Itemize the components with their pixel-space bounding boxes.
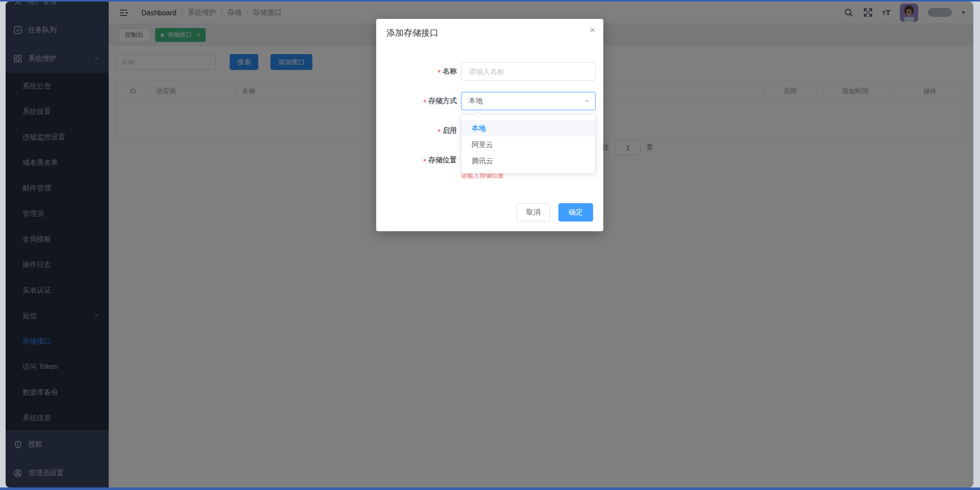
name-input[interactable] [461,62,596,81]
required-mark: * [438,67,440,77]
form-row-storage-type: * 存储方式 本地 [376,92,603,110]
modal-title: 添加存储接口 [386,27,438,39]
storage-type-dropdown: 本地 阿里云 腾讯云 [461,114,596,174]
storage-type-value: 本地 [469,96,483,106]
required-mark: * [438,126,440,136]
required-mark: * [424,156,426,165]
storage-type-select[interactable]: 本地 [461,92,596,110]
modal-close-icon[interactable]: × [590,25,595,35]
required-mark: * [424,96,426,106]
name-label: * 名称 [376,62,457,81]
chevron-up-icon [583,97,591,105]
dropdown-option-local[interactable]: 本地 [461,120,595,136]
dropdown-option-tencent[interactable]: 腾讯云 [461,153,595,169]
cancel-button[interactable]: 取消 [517,203,550,222]
location-label: * 存储位置 [376,151,457,169]
app-window: 用户管理 任务队列 系统维护 系统公告 系统设置 违规监控设置 域名黑名单 邮件… [6,2,973,487]
confirm-button[interactable]: 确定 [558,203,593,222]
enabled-label: * 启用 [376,121,457,140]
dropdown-arrow [476,111,482,118]
dropdown-option-aliyun[interactable]: 阿里云 [461,136,595,153]
form-row-name: * 名称 [376,62,603,81]
storage-type-label: * 存储方式 [376,92,457,110]
add-storage-modal: 添加存储接口 × * 名称 * 存储方式 本地 * 启用 [376,19,603,231]
